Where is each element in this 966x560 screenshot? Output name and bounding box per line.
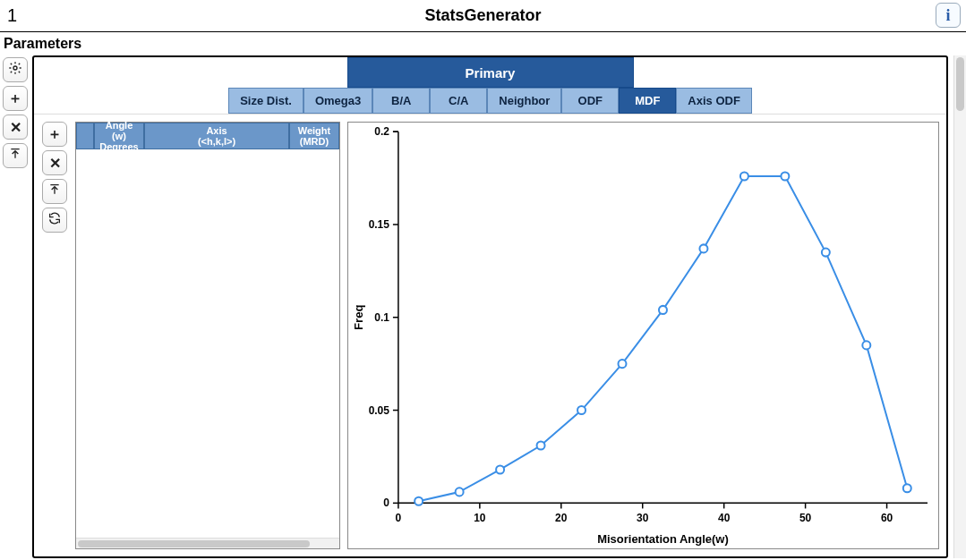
phase-tab-bar: Primary xyxy=(34,57,946,88)
refresh-icon xyxy=(47,211,62,229)
x-icon: ✕ xyxy=(10,119,21,136)
svg-point-37 xyxy=(740,172,748,180)
right-scrollbar[interactable] xyxy=(953,55,966,558)
svg-point-41 xyxy=(903,484,911,492)
table-body xyxy=(76,149,339,538)
table-header-blank xyxy=(76,123,94,149)
sub-tab-odf[interactable]: ODF xyxy=(561,88,619,114)
info-button[interactable]: i xyxy=(936,3,961,28)
plus-icon: ＋ xyxy=(47,125,62,144)
svg-text:60: 60 xyxy=(881,512,893,524)
svg-text:0: 0 xyxy=(383,496,389,509)
sub-tab-bar: Size Dist.Omega3B/AC/ANeighborODFMDFAxis… xyxy=(34,88,946,115)
window-title: StatsGenerator xyxy=(0,6,966,25)
table-add-button[interactable]: ＋ xyxy=(42,122,67,147)
left-toolbar: ＋ ✕ xyxy=(0,55,30,558)
svg-point-31 xyxy=(496,465,504,473)
svg-point-32 xyxy=(537,441,545,449)
parameters-label: Parameters xyxy=(0,32,966,55)
svg-text:0.05: 0.05 xyxy=(369,404,390,417)
svg-point-30 xyxy=(456,488,464,496)
svg-text:0.2: 0.2 xyxy=(374,125,389,138)
table-refresh-button[interactable] xyxy=(42,208,67,233)
phase-tab-primary[interactable]: Primary xyxy=(347,57,634,88)
svg-point-38 xyxy=(781,172,789,180)
sub-tab-neighbor[interactable]: Neighbor xyxy=(487,88,561,114)
table-header-row: Angle (w) Degrees Axis (<h,k,l>) Weight … xyxy=(76,123,339,149)
settings-button[interactable] xyxy=(3,57,28,82)
table-delete-button[interactable]: ✕ xyxy=(42,150,67,175)
svg-point-29 xyxy=(415,497,423,505)
col-label: Angle xyxy=(106,120,133,131)
svg-point-36 xyxy=(699,244,707,252)
delete-button[interactable]: ✕ xyxy=(3,115,28,140)
sub-tab-mdf[interactable]: MDF xyxy=(619,88,676,114)
arrow-up-icon xyxy=(47,182,62,200)
table-upload-button[interactable] xyxy=(42,179,67,204)
sub-tab-omega3[interactable]: Omega3 xyxy=(303,88,372,114)
table-toolbar: ＋ ✕ xyxy=(41,122,68,549)
svg-text:0.1: 0.1 xyxy=(374,311,389,324)
col-sublabel: (<h,k,l>) xyxy=(198,136,235,147)
table-hscrollbar[interactable] xyxy=(76,538,339,548)
svg-text:Misorientation Angle(w): Misorientation Angle(w) xyxy=(597,532,729,546)
mdf-table: Angle (w) Degrees Axis (<h,k,l>) Weight … xyxy=(75,122,340,549)
svg-text:50: 50 xyxy=(799,512,812,524)
svg-point-34 xyxy=(619,360,627,368)
gear-icon xyxy=(8,61,22,79)
col-label: Weight xyxy=(298,125,330,136)
svg-point-0 xyxy=(13,66,17,70)
x-icon: ✕ xyxy=(49,155,61,172)
table-header-weight: Weight (MRD) xyxy=(289,123,339,149)
window-number: 1 xyxy=(7,5,17,26)
sub-tab-c-a[interactable]: C/A xyxy=(430,88,487,114)
table-header-axis: Axis (<h,k,l>) xyxy=(144,123,289,149)
arrow-up-icon xyxy=(8,147,22,165)
svg-text:Freq: Freq xyxy=(352,304,365,330)
sub-tab-size-dist-[interactable]: Size Dist. xyxy=(228,88,303,114)
plus-icon: ＋ xyxy=(8,89,22,108)
svg-text:20: 20 xyxy=(555,512,568,524)
svg-text:0.15: 0.15 xyxy=(369,218,390,231)
svg-text:0: 0 xyxy=(396,512,402,524)
content-frame: Primary Size Dist.Omega3B/AC/ANeighborOD… xyxy=(32,55,948,558)
add-button[interactable]: ＋ xyxy=(3,86,28,111)
col-sublabel: (MRD) xyxy=(300,136,329,147)
svg-point-39 xyxy=(822,249,830,257)
svg-point-33 xyxy=(577,406,586,414)
title-bar: 1 StatsGenerator i xyxy=(0,0,966,32)
sub-tab-axis-odf[interactable]: Axis ODF xyxy=(676,88,752,114)
table-header-angle: Angle (w) Degrees xyxy=(94,123,144,149)
svg-point-35 xyxy=(659,306,667,314)
col-label: Axis xyxy=(206,125,227,136)
chart-svg: 00.050.10.150.20102030405060Misorientati… xyxy=(348,123,938,548)
mdf-chart: 00.050.10.150.20102030405060Misorientati… xyxy=(347,122,939,549)
svg-point-40 xyxy=(862,341,870,349)
sub-tab-b-a[interactable]: B/A xyxy=(372,88,430,114)
upload-button[interactable] xyxy=(3,143,28,168)
scrollbar-thumb[interactable] xyxy=(956,57,964,111)
svg-text:40: 40 xyxy=(718,512,731,524)
scrollbar-thumb[interactable] xyxy=(78,540,310,547)
svg-text:30: 30 xyxy=(637,512,649,524)
svg-text:10: 10 xyxy=(474,512,486,524)
